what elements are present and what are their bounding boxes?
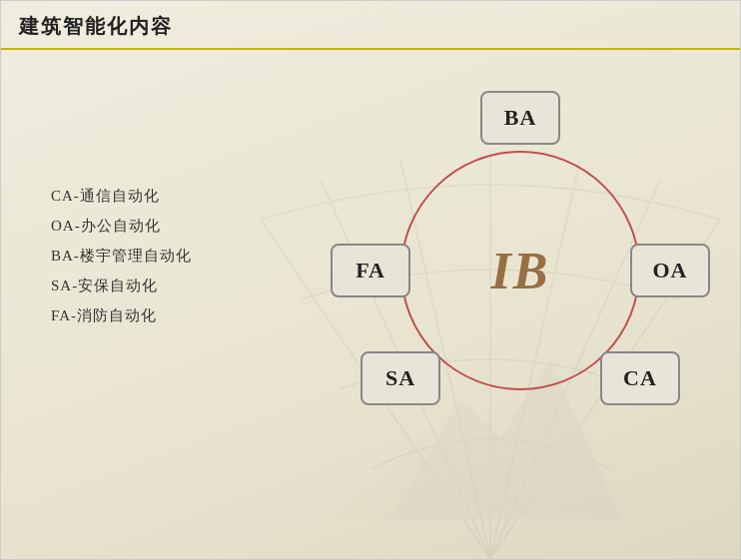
page-title: 建筑智能化内容	[19, 15, 173, 37]
node-ca: CA	[600, 351, 680, 405]
node-fa: FA	[331, 244, 410, 297]
list-item-oa: OA-办公自动化	[51, 211, 192, 241]
slide: 建筑智能化内容 CA-通信自动化 OA-办公自动化 BA-楼宇管理自动化 SA-…	[0, 0, 741, 560]
list-item-fa: FA-消防自动化	[51, 300, 192, 330]
node-oa: OA	[630, 244, 710, 297]
list-item-ca: CA-通信自动化	[51, 181, 192, 211]
node-ba: BA	[480, 91, 560, 145]
list-item-sa: SA-安保自动化	[51, 271, 192, 300]
list-item-ba: BA-楼宇管理自动化	[51, 241, 192, 271]
node-sa: SA	[361, 351, 440, 405]
diagram: IB BA OA CA SA FA	[331, 81, 710, 460]
info-list: CA-通信自动化 OA-办公自动化 BA-楼宇管理自动化 SA-安保自动化 FA…	[51, 181, 192, 330]
title-bar: 建筑智能化内容	[1, 1, 740, 50]
ib-center-label: IB	[491, 242, 550, 300]
